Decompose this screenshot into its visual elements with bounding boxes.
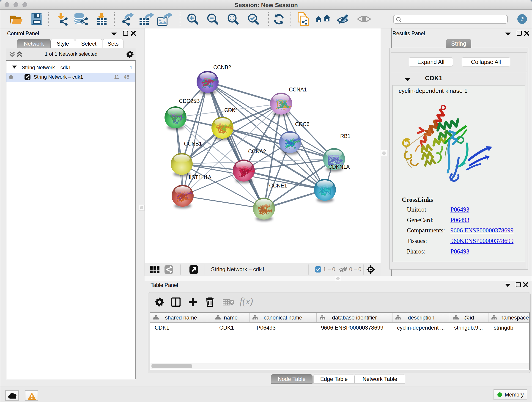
svg-text:CDK1: CDK1 [224,107,238,113]
svg-text:CCNE1: CCNE1 [269,183,287,189]
svg-text:CCNB2: CCNB2 [213,64,231,70]
svg-text:CCNB1: CCNB1 [184,141,202,147]
svg-text:CCNA2: CCNA2 [248,148,266,154]
svg-text:CCNA1: CCNA1 [289,87,307,93]
svg-text:CDKN1A: CDKN1A [328,164,350,170]
svg-text:?: ? [520,15,524,23]
svg-text:RB1: RB1 [340,133,351,139]
svg-text:HIST1H1A: HIST1H1A [186,174,212,180]
svg-text:CDC25B: CDC25B [179,98,200,104]
svg-text:CDC6: CDC6 [295,121,310,127]
